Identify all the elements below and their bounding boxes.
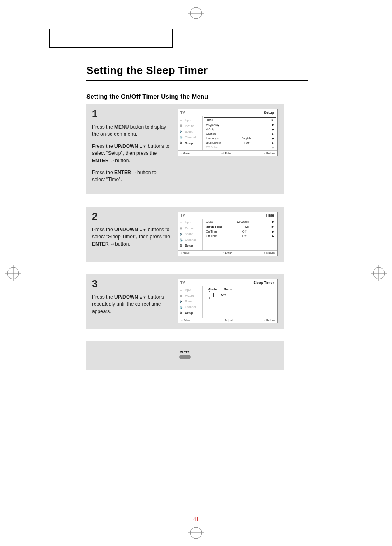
crop-mark-bottom (188, 525, 204, 541)
osd-footer: ↔ Move ↕ Adjust ⎌ Return (178, 318, 277, 323)
foot-move: ↕ Move (180, 251, 190, 255)
sidebar-item-picture: ▣Picture (178, 293, 202, 299)
osd-row-sleeptimer: Sleep TimerOff▶ (204, 225, 276, 229)
empty-header-box (49, 29, 173, 48)
osd-tv-label: TV (178, 109, 203, 116)
page-number: 41 (0, 516, 392, 522)
step-2-para: Press the UP/DOWN ▲▼ buttons to select "… (92, 226, 170, 248)
chevron-right-icon: ▶ (272, 137, 274, 140)
up-down-triangles-icon: ▲▼ (138, 145, 146, 149)
minute-spinner: ▲ - - ▼ (206, 293, 214, 297)
picture-icon: ▣ (180, 227, 184, 230)
foot-move-lr: ↔ Move (180, 319, 191, 322)
chevron-right-icon: ▶ (272, 146, 274, 149)
up-down-triangles-icon: ▲▼ (138, 295, 146, 299)
osd-row-pcsetup: PC Setup▶ (203, 145, 277, 150)
osd-row-clock: Clock12:00 am▶ (203, 220, 277, 224)
foot-move: ↕ Move (180, 152, 190, 155)
picture-icon: ▣ (180, 124, 184, 127)
return-icon: ⎌ (264, 319, 265, 322)
osd-screenshot-time: TV Time ▭Input ▣Picture 🔈Sound 📡Channel … (178, 212, 278, 256)
input-icon: ▭ (180, 221, 184, 224)
sound-icon: 🔈 (180, 130, 184, 133)
sidebar-item-setup: ⚙Setup (178, 140, 202, 146)
chevron-right-icon: ▶ (272, 118, 274, 122)
step-3: 3 Press the UP/DOWN ▲▼ buttons repeatedl… (86, 274, 284, 329)
foot-enter: ⏎ Enter (221, 152, 232, 155)
osd-row-time: Time▶ (204, 117, 276, 122)
crop-mark-left (5, 265, 21, 281)
updown-icon: ↕ (180, 152, 182, 155)
chevron-down-icon: ▼ (208, 297, 211, 299)
sleep-label: SLEEP (179, 351, 191, 354)
sleep-remote-block: SLEEP (86, 341, 284, 370)
step-2: 2 Press the UP/DOWN ▲▼ buttons to select… (86, 207, 284, 262)
foot-return: ⎌ Return (264, 152, 275, 155)
sidebar-item-sound: 🔈Sound (178, 299, 202, 304)
chevron-up-icon: ▲ (208, 290, 211, 293)
chevron-right-icon: ▶ (272, 132, 274, 136)
enter-icon: ⏎ (221, 152, 224, 155)
svg-point-6 (7, 267, 19, 279)
updown-icon: ↕ (180, 251, 182, 254)
manual-page: Setting the Sleep Timer Setting the On/O… (0, 0, 392, 546)
sidebar-item-sound: 🔈Sound (178, 231, 202, 237)
osd-tv-label: TV (178, 212, 203, 219)
leftright-icon: ↔ (180, 319, 183, 322)
step-3-text: 3 Press the UP/DOWN ▲▼ buttons repeatedl… (92, 279, 170, 320)
step-1-text: 1 Press the MENU button to display the o… (92, 109, 170, 189)
sidebar-item-setup: ⚙Setup (178, 310, 202, 316)
osd-sleeptimer-controls: Minute Setup ▲ - - ▼ Off (203, 286, 235, 318)
input-icon: ▭ (180, 288, 184, 292)
chevron-right-icon: ▶ (272, 128, 274, 131)
return-icon: ⎌ (264, 152, 265, 155)
chevron-right-icon: ▶ (272, 141, 274, 145)
step-1-para-2: Press the UP/DOWN ▲▼ buttons to select "… (92, 143, 170, 164)
setup-icon: ⚙ (180, 244, 184, 247)
step-1-para-3: Press the ENTER ⏎ button to select "Time… (92, 169, 170, 184)
osd-screenshot-sleeptimer: TV Sleep Timer ▭Input ▣Picture 🔈Sound 📡C… (178, 279, 278, 323)
crop-mark-top (188, 5, 204, 21)
updown-icon: ↕ (222, 319, 224, 322)
step-2-text: 2 Press the UP/DOWN ▲▼ buttons to select… (92, 212, 170, 253)
osd-tv-label: TV (178, 279, 203, 286)
osd-main-list: Clock12:00 am▶ Sleep TimerOff▶ On TimeOf… (203, 219, 277, 250)
step-3-para: Press the UP/DOWN ▲▼ buttons repeatedly … (92, 294, 170, 315)
sidebar-item-picture: ▣Picture (178, 123, 202, 129)
sidebar-item-input: ▭Input (178, 117, 202, 123)
setup-icon: ⚙ (180, 141, 184, 145)
section-subtitle: Setting the On/Off Timer Using the Menu (86, 93, 359, 100)
osd-row-ontime: On TimeOff▶ (203, 230, 277, 234)
sleep-button-illustration: SLEEP (179, 351, 191, 359)
osd-sidebar: ▭Input ▣Picture 🔈Sound 📡Channel ⚙Setup (178, 286, 203, 318)
page-title: Setting the Sleep Timer (86, 64, 359, 77)
sidebar-item-picture: ▣Picture (178, 226, 202, 231)
sidebar-item-channel: 📡Channel (178, 304, 202, 310)
channel-icon: 📡 (180, 136, 184, 139)
sound-icon: 🔈 (180, 300, 184, 303)
chevron-right-icon: ▶ (272, 235, 274, 238)
picture-icon: ▣ (180, 294, 184, 297)
osd-sidebar: ▭Input ▣Picture 🔈Sound 📡Channel ⚙Setup (178, 219, 203, 250)
step-number: 3 (92, 279, 170, 289)
osd-title: Setup (203, 109, 277, 116)
osd-title: Time (203, 212, 277, 219)
svg-point-3 (190, 527, 202, 539)
svg-point-9 (373, 267, 385, 279)
osd-row-language: Language: English▶ (203, 136, 277, 141)
sound-icon: 🔈 (180, 233, 184, 236)
osd-screenshot-setup: TV Setup ▭Input ▣Picture 🔈Sound 📡Channel… (178, 109, 278, 156)
osd-row-caption: Caption▶ (203, 131, 277, 136)
sidebar-item-input: ▭Input (178, 220, 202, 226)
setup-value-box: Off (218, 293, 229, 297)
step-number: 2 (92, 212, 170, 221)
chevron-right-icon: ▶ (272, 230, 274, 233)
osd-row-offtime: Off TimeOff▶ (203, 234, 277, 239)
osd-footer: ↕ Move ⏎ Enter ⎌ Return (178, 150, 277, 156)
enter-icon: ⏎ (109, 242, 114, 247)
channel-icon: 📡 (180, 306, 184, 309)
input-icon: ▭ (180, 118, 184, 122)
step-1: 1 Press the MENU button to display the o… (86, 104, 284, 194)
chevron-right-icon: ▶ (272, 225, 274, 228)
step-number: 1 (92, 109, 170, 119)
